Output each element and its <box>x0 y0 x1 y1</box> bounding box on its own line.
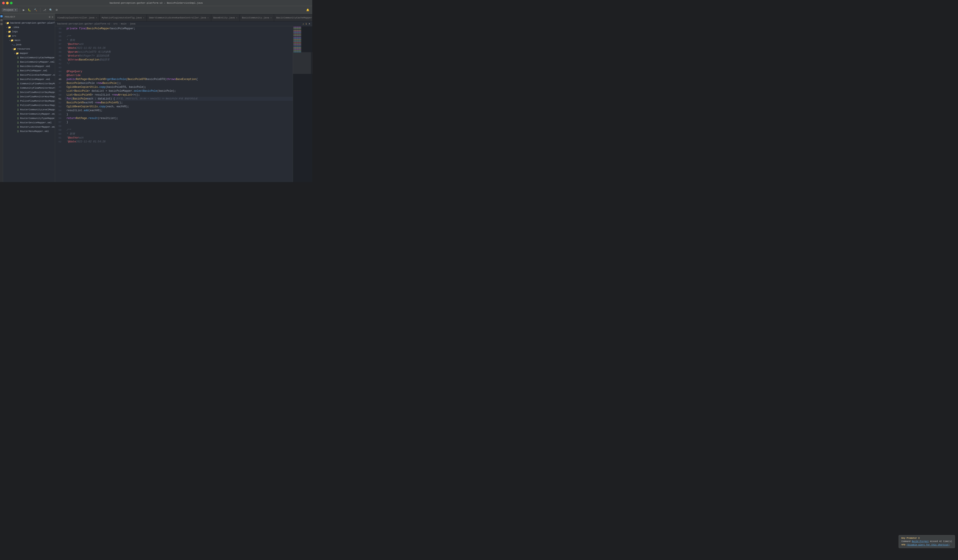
code-line-59: /** <box>65 128 293 132</box>
code-line-45: @Override <box>65 73 293 78</box>
code-line-33: private final BasicPoleMapper basicPoleM… <box>65 27 293 30</box>
structure-icon[interactable] <box>0 19 3 21</box>
expand-arrow: ▾ <box>5 22 6 24</box>
close-tab-icon[interactable]: ✕ <box>143 16 144 19</box>
tree-idea-label: .idea <box>12 26 19 28</box>
minimize-dot[interactable] <box>6 2 9 4</box>
tab-label: SmartCommunitySceneKanbanController.java <box>149 16 206 19</box>
ln-45: 45 <box>55 73 63 78</box>
settings-icon[interactable]: ⚙ <box>52 16 53 18</box>
breadcrumb-part-3[interactable]: main <box>121 22 127 25</box>
tree-file-16[interactable]: 🗋 RouterDeviceMapper.xml <box>3 120 55 125</box>
code-line-42: */ <box>65 62 293 66</box>
bookmarks-icon[interactable] <box>0 23 3 25</box>
tab-baseentity[interactable]: BaseEntity.java ✕ <box>211 14 240 21</box>
code-line-56: return RetPage.result(resultList); <box>65 116 293 120</box>
toolbar-debug-btn[interactable]: 🐛 <box>27 8 32 12</box>
tree-file-11-label: PoliceFlowMonitorDayMapper.xml <box>20 100 55 102</box>
tree-src[interactable]: ▾ 📁 src <box>3 34 55 38</box>
tree-file-14[interactable]: 🗋 RouterCommunityMapper.xml <box>3 112 55 116</box>
close-tab-icon[interactable]: ✕ <box>236 16 238 19</box>
tree-file-6[interactable]: 🗋 BasicPoliceMapper.xml <box>3 77 55 81</box>
breadcrumb-part-2[interactable]: src <box>113 22 118 25</box>
tab-basiccommunity[interactable]: BasicCommunity.java ✕ <box>240 14 274 21</box>
editor-area: ViewDisplayController.java ✕ MybatisPlug… <box>55 14 312 182</box>
close-tab-icon[interactable]: ✕ <box>208 16 209 19</box>
code-line-40: * @return RetPage<?> 返回的结果 <box>65 54 293 58</box>
breadcrumb-part-4[interactable]: java <box>130 22 135 25</box>
tree-file-15[interactable]: 🗋 RouterCommunityTypeMapper.xml <box>3 116 55 120</box>
tab-label: BasicCommunity.java <box>242 16 269 19</box>
toolbar-settings-btn[interactable]: ⚙ <box>54 8 59 12</box>
file-tree-actions: ⊞ ⚙ <box>49 16 53 18</box>
toolbar-build-btn[interactable]: 🔨 <box>33 8 38 12</box>
code-line-57: } <box>65 120 293 124</box>
tree-file-7[interactable]: 🗋 CommunityFlowMonitorDayMapper.xml <box>3 81 55 86</box>
code-line-49: List<BasicPole> dataList = basicPoleMapp… <box>65 89 293 93</box>
tree-java[interactable]: ▾ ☕ java <box>3 43 55 47</box>
ln-34: 34 <box>55 30 63 35</box>
project-switcher[interactable]: Project ▾ <box>2 8 18 12</box>
code-editor[interactable]: 33 34 35 36 37 38 39 40 41 42 43 44 45 4… <box>55 26 312 182</box>
tab-mybatis[interactable]: MybatisPluginAutoConfig.java ✕ <box>100 14 147 21</box>
tab-basiccommcache[interactable]: BasicCommunityCacheMapper.java ✕ <box>274 14 312 21</box>
tree-root[interactable]: ▾ 📁 backend-perception-gather-platform-v… <box>3 21 55 25</box>
tree-file-16-label: RouterDeviceMapper.xml <box>20 121 52 124</box>
code-line-43 <box>65 66 293 70</box>
expand-btn[interactable]: ▲ <box>309 22 310 25</box>
tree-idea[interactable]: ▸ 📁 .idea <box>3 25 55 30</box>
tree-file-15-label: RouterCommunityTypeMapper.xml <box>20 117 55 120</box>
ln-50: 50 <box>55 93 63 97</box>
ln-52: 52 <box>55 101 63 105</box>
tree-logs-label: logs <box>12 30 17 33</box>
tree-file-2-label: BasicCommunityMapper.xml <box>20 61 54 63</box>
toolbar-notifications-btn[interactable]: 🔔 <box>305 8 311 12</box>
tree-file-13-label: RouterCommunityLevelMapper.xml <box>20 108 55 111</box>
tree-file-13[interactable]: 🗋 RouterCommunityLevelMapper.xml <box>3 108 55 112</box>
close-tab-icon[interactable]: ✕ <box>270 16 272 19</box>
tab-label: MybatisPluginAutoConfig.java <box>102 16 142 19</box>
tree-file-11[interactable]: 🗋 PoliceFlowMonitorDayMapper.xml <box>3 99 55 103</box>
toolbar-run-btn[interactable]: ▶ <box>22 8 26 12</box>
tree-logs[interactable]: ▸ 📁 logs <box>3 30 55 34</box>
tree-file-18[interactable]: 🗋 RouterMenuMapper.xml <box>3 129 55 133</box>
tree-resources-label: resources <box>17 47 30 50</box>
code-line-44: @PageQuery <box>65 70 293 73</box>
tree-file-17[interactable]: 🗋 RouterLimitUserMapper.xml <box>3 125 55 129</box>
tree-file-8[interactable]: 🗋 CommunityFlowMonitorHourMapper.xml <box>3 86 55 90</box>
tree-main-label: main <box>14 39 20 42</box>
tab-label: ViewDisplayController.java <box>57 16 95 19</box>
tree-resources[interactable]: ▾ 📁 resources <box>3 47 55 51</box>
tree-mapper-folder[interactable]: ▾ 📁 mapper <box>3 51 55 55</box>
maximize-dot[interactable] <box>10 2 13 4</box>
minimap-viewport[interactable] <box>293 52 312 74</box>
code-content[interactable]: private final BasicPoleMapper basicPoleM… <box>65 26 293 182</box>
tree-file-5[interactable]: 🗋 BasicPoliceCacheMapper.xml <box>3 73 55 77</box>
toolbar-search-btn[interactable]: 🔍 <box>48 8 54 12</box>
tree-root-label: backend-perception-gather-platform-v2 [s… <box>10 22 55 24</box>
close-dot[interactable] <box>2 2 5 4</box>
tree-mapper-label: mapper <box>20 52 29 55</box>
tree-main[interactable]: ▾ 📁 main <box>3 38 55 43</box>
favorites-icon[interactable] <box>0 15 3 17</box>
close-tab-icon[interactable]: ✕ <box>96 16 97 19</box>
ln-43: 43 <box>55 66 63 70</box>
window-title: backend-perception-gather-platform-v2 – … <box>109 2 203 4</box>
toolbar-git-btn[interactable]: ⎇ <box>42 8 47 12</box>
breadcrumb-part-1[interactable]: backend-perception-gather-platform-v2 <box>57 22 110 25</box>
tree-file-2[interactable]: 🗋 BasicCommunityMapper.xml <box>3 60 55 64</box>
code-line-41: * @throws BaseException 基础异常 <box>65 58 293 62</box>
ln-60: 60 <box>55 132 63 136</box>
tree-file-9[interactable]: 🗋 DeviceFlowMonitorDayMapper.xml <box>3 90 55 95</box>
tree-file-4[interactable]: 🗋 BasicPoleMapper.xml <box>3 68 55 73</box>
tree-file-1[interactable]: 🗋 BasicCommunityCacheMapper.xml <box>3 55 55 60</box>
tab-view-display[interactable]: ViewDisplayController.java ✕ <box>55 14 100 21</box>
ln-58: 58 <box>55 124 63 128</box>
tree-file-12[interactable]: 🗋 PoliceFlowMonitorHourMapper.xml <box>3 103 55 108</box>
tree-file-3[interactable]: 🗋 BasicDeviceMapper.xml <box>3 64 55 68</box>
code-line-50: List<BasicPoleVO> resultList = new Array… <box>65 93 293 97</box>
collapse-icon[interactable]: ⊞ <box>49 16 51 18</box>
ln-36: 36 <box>55 38 63 42</box>
tab-smartcommunity[interactable]: SmartCommunitySceneKanbanController.java… <box>147 14 211 21</box>
tree-file-10[interactable]: 🗋 DeviceFlowMonitorHourMapper.xml <box>3 95 55 99</box>
